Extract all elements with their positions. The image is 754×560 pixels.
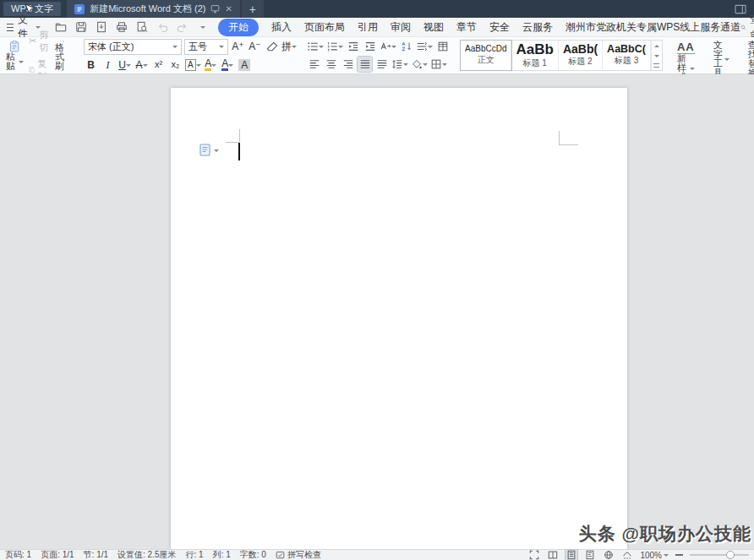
zoom-slider-handle[interactable] (726, 551, 735, 559)
eye-protection-button[interactable] (621, 550, 633, 560)
format-painter-button[interactable]: 格式刷 (52, 38, 74, 73)
sort-button[interactable] (399, 39, 413, 54)
tab-view[interactable]: 视图 (423, 20, 444, 35)
document-tab[interactable]: 新建Microsoft Word 文档 (2) ✕ (67, 0, 240, 18)
web-layout-button[interactable] (603, 550, 615, 560)
grow-font-button[interactable]: A⁺ (231, 39, 245, 54)
tab-cloud-service[interactable]: 云服务 (522, 20, 553, 35)
bold-button[interactable]: B (84, 57, 98, 73)
watermark: 头条 @职场办公技能 (579, 522, 751, 546)
save-icon (75, 21, 87, 33)
redo-button[interactable] (174, 19, 191, 35)
find-replace-label: 查找替换 (748, 41, 754, 78)
style-name: 标题 1 (523, 57, 547, 69)
bullets-button[interactable] (307, 39, 324, 54)
hamburger-icon[interactable] (7, 24, 14, 31)
pinyin-guide-button[interactable]: 拼 (281, 39, 297, 54)
style-heading2[interactable]: AaBb( 标题 2 (559, 41, 603, 70)
paste-button[interactable]: 粘贴 (3, 38, 26, 73)
font-color-glyph: A (221, 58, 228, 71)
tab-home[interactable]: 开始 (218, 19, 259, 36)
read-mode-button[interactable] (547, 550, 559, 560)
character-shading-button[interactable]: A (238, 57, 252, 73)
new-tab-button[interactable]: + (242, 0, 264, 18)
save-button[interactable] (73, 19, 90, 35)
text-tool-button[interactable]: 文字工具 (708, 38, 735, 73)
tab-security[interactable]: 安全 (489, 20, 510, 35)
zoom-level-button[interactable]: 100% (640, 551, 669, 560)
zoom-out-button[interactable] (675, 554, 683, 556)
distribute-button[interactable] (374, 57, 389, 72)
clear-format-button[interactable] (265, 39, 279, 54)
character-scale-button[interactable] (380, 39, 396, 54)
spellcheck-button[interactable]: 拼写检查 (276, 549, 321, 560)
line-spacing-button[interactable] (391, 57, 408, 72)
tab-review[interactable]: 审阅 (391, 20, 411, 35)
find-replace-button[interactable]: 查找替换 (742, 38, 754, 73)
caret-down-icon (319, 46, 324, 51)
export-pdf-icon (96, 21, 107, 33)
shrink-font-button[interactable]: A⁻ (248, 39, 262, 54)
cut-button[interactable]: ✂ 剪切 (29, 29, 50, 54)
print-preview-button[interactable] (134, 19, 150, 35)
page-view-button[interactable] (566, 550, 577, 560)
monitor-icon[interactable] (210, 4, 220, 14)
underline-glyph: U (118, 60, 126, 70)
styles-scroll-down-button[interactable] (652, 51, 662, 61)
export-pdf-button[interactable] (93, 19, 110, 35)
numbering-button[interactable] (326, 39, 343, 54)
font-color-button[interactable]: A (221, 57, 235, 73)
new-style-button[interactable]: AA 新样式 (671, 38, 701, 73)
style-heading3[interactable]: AaBbC( 标题 3 (603, 41, 651, 70)
tab-references[interactable]: 引用 (358, 20, 378, 35)
tab-page-layout[interactable]: 页面布局 (304, 20, 345, 35)
justify-button[interactable] (358, 57, 372, 72)
strikethrough-button[interactable]: A (134, 57, 149, 73)
open-button[interactable] (52, 19, 69, 35)
underline-button[interactable]: U (117, 57, 132, 73)
outline-view-button[interactable] (584, 550, 596, 560)
sort-icon (401, 41, 413, 52)
style-heading1[interactable]: AaBb 标题 1 (511, 41, 558, 70)
shading-button[interactable] (411, 57, 428, 72)
align-right-button[interactable] (341, 57, 355, 72)
align-left-button[interactable] (307, 57, 321, 72)
align-center-button[interactable] (324, 57, 338, 72)
styles-expand-button[interactable] (652, 60, 662, 70)
increase-indent-button[interactable] (363, 39, 377, 54)
styles-gallery: AaBbCcDd 正文 AaBb 标题 1 AaBb( 标题 2 AaBbC( … (460, 40, 663, 71)
subscript-button[interactable]: x₂ (168, 57, 183, 73)
caret-down-icon (19, 61, 24, 66)
undo-button[interactable] (154, 19, 171, 35)
font-family-select[interactable]: 宋体 (正文) (84, 39, 182, 55)
tab-insert[interactable]: 插入 (271, 20, 292, 35)
paste-options-button[interactable] (199, 144, 219, 156)
font-size-select[interactable]: 五号 (184, 39, 228, 55)
print-button[interactable] (113, 19, 130, 35)
cjk-layout-button[interactable] (416, 39, 433, 54)
tab-section[interactable]: 章节 (456, 20, 477, 35)
caret-down-icon (654, 55, 659, 60)
statusbar: 页码: 1 页面: 1/1 节: 1/1 设置值: 2.5厘米 行: 1 列: … (0, 549, 754, 560)
character-border-button[interactable]: A (185, 57, 201, 73)
borders-button[interactable] (430, 57, 447, 72)
style-normal[interactable]: AaBbCcDd 正文 (461, 41, 511, 70)
italic-button[interactable]: I (101, 57, 115, 73)
decrease-indent-button[interactable] (346, 39, 360, 54)
styles-scroll-up-button[interactable] (652, 41, 662, 51)
tab-wps-service-channel[interactable]: 潮州市党政机关专属WPS线上服务通道 (566, 20, 740, 35)
document-page[interactable] (171, 88, 627, 549)
new-style-icon: AA (677, 41, 695, 54)
insert-table-button[interactable] (435, 39, 450, 54)
zoom-slider[interactable] (690, 554, 749, 556)
caret-up-icon (654, 42, 659, 47)
fullscreen-button[interactable] (528, 550, 540, 560)
font-size-value: 五号 (188, 41, 207, 53)
customize-toolbar-button[interactable] (194, 19, 211, 35)
spellcheck-icon (276, 551, 285, 560)
document-canvas (0, 74, 754, 549)
superscript-button[interactable]: x² (151, 57, 166, 73)
tab-close-icon[interactable]: ✕ (225, 5, 232, 14)
caret-down-icon (219, 46, 224, 51)
highlight-color-button[interactable]: A (204, 57, 218, 73)
